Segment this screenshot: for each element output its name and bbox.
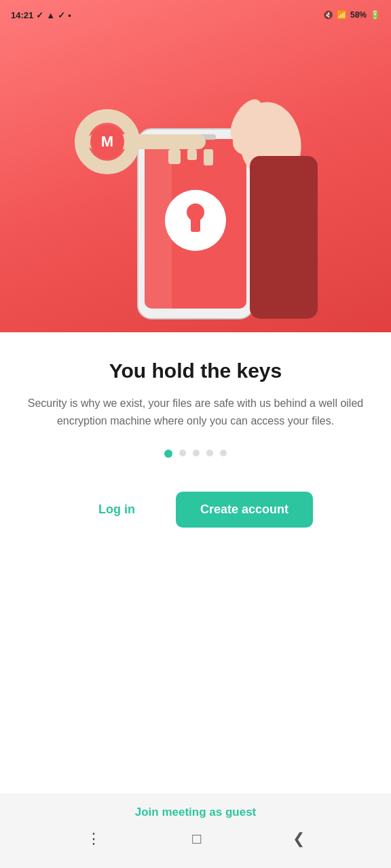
dot-1[interactable] (164, 450, 172, 458)
check-icon: ✓ (36, 10, 43, 20)
status-left: 14:21 ✓ ▲ ✓ • (11, 10, 71, 20)
svg-rect-5 (191, 217, 200, 232)
nav-bar: ⋮ □ ❮ (0, 830, 391, 848)
buttons-row: Log in Create account (20, 492, 371, 528)
signal-icon: 📶 (337, 10, 347, 20)
join-guest-button[interactable]: Join meeting as guest (135, 806, 257, 819)
svg-point-18 (251, 156, 316, 183)
nav-back-icon[interactable]: ❮ (293, 830, 305, 848)
status-right: 🔇 📶 58% 🔋 (323, 10, 380, 20)
page-dots (20, 450, 371, 458)
dot-2[interactable] (179, 450, 186, 456)
status-bar: 14:21 ✓ ▲ ✓ • 🔇 📶 58% 🔋 (0, 0, 391, 30)
content-area: You hold the keys Security is why we exi… (0, 332, 391, 528)
mute-icon: 🔇 (323, 10, 333, 20)
battery-label: 58% (350, 10, 367, 20)
svg-rect-9 (187, 149, 197, 160)
dot-icon: • (68, 10, 71, 20)
svg-rect-6 (145, 139, 172, 309)
svg-rect-16 (233, 129, 301, 155)
login-button[interactable]: Log in (78, 493, 155, 526)
svg-rect-10 (204, 149, 213, 165)
svg-text:M: M (101, 133, 113, 150)
dot-4[interactable] (206, 450, 213, 456)
subtext: Security is why we exist, your files are… (20, 395, 371, 429)
battery-icon: 🔋 (370, 10, 380, 20)
nav-home-icon[interactable]: □ (192, 830, 201, 848)
dot-3[interactable] (193, 450, 200, 456)
nav-menu-icon[interactable]: ⋮ (86, 830, 101, 848)
dot-5[interactable] (220, 450, 227, 456)
bottom-bar: Join meeting as guest ⋮ □ ❮ (0, 793, 391, 868)
headline: You hold the keys (20, 359, 371, 382)
time: 14:21 (11, 10, 33, 20)
svg-rect-8 (168, 149, 181, 164)
alert-icon: ▲ (46, 10, 55, 20)
hero-illustration: M (33, 20, 358, 332)
hero-area: M (0, 0, 391, 332)
check2-icon: ✓ (58, 10, 65, 20)
create-account-button[interactable]: Create account (176, 492, 313, 528)
